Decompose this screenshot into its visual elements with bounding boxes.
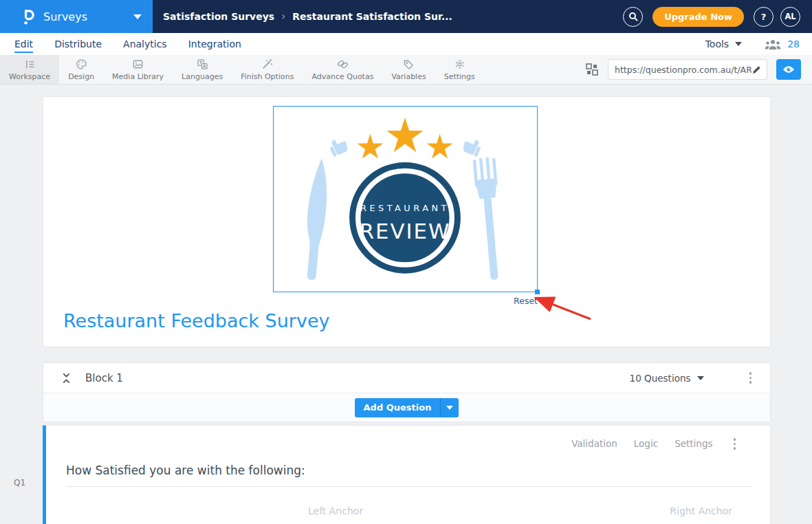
eye-icon	[782, 65, 795, 74]
tool-finish-options[interactable]: Finish Options	[232, 55, 303, 84]
survey-url-field[interactable]: https://questionpro.com.au/t/ARr6k	[608, 59, 767, 80]
collapse-block-icon[interactable]	[61, 373, 72, 384]
edit-pencil-icon[interactable]	[751, 65, 762, 75]
add-question-row: Add Question	[43, 393, 770, 422]
brand-label: Surveys	[43, 10, 87, 23]
caret-down-icon[interactable]	[735, 42, 742, 46]
question-count-dropdown[interactable]: 10 Questions	[630, 373, 704, 384]
question-text[interactable]: How Satisfied you are with the following…	[66, 463, 751, 487]
media-library-icon	[131, 58, 144, 71]
avatar[interactable]: AL	[780, 7, 800, 27]
tool-label: Advance Quotas	[311, 72, 373, 81]
thumbs-up-left	[327, 135, 349, 157]
tool-workspace[interactable]: Workspace	[0, 55, 59, 84]
survey-header-card: RESTAURANT REVIEW Reset Restaurant Feedb…	[43, 96, 771, 347]
toolbar-right: https://questionpro.com.au/t/ARr6k	[585, 55, 812, 84]
survey-title[interactable]: Restaurant Feedback Survey	[63, 310, 329, 331]
question-actions: Validation Logic Settings	[571, 435, 740, 452]
finish-options-icon	[261, 58, 274, 71]
tool-settings[interactable]: Settings	[435, 55, 484, 84]
search-icon	[628, 12, 638, 21]
collaborators-icon[interactable]	[765, 39, 781, 50]
logic-link[interactable]: Logic	[634, 438, 658, 449]
variables-icon	[402, 58, 415, 71]
tab-edit[interactable]: Edit	[14, 36, 33, 53]
breadcrumb-folder[interactable]: Satisfaction Surveys	[163, 11, 274, 22]
image-resize-handle[interactable]	[535, 290, 540, 294]
tool-languages[interactable]: Languages	[173, 55, 232, 84]
stars	[358, 118, 453, 159]
settings-icon	[453, 58, 466, 71]
right-anchor-field[interactable]: Right Anchor	[670, 505, 732, 516]
tab-analytics[interactable]: Analytics	[123, 36, 167, 53]
breadcrumb-separator-icon: ›	[281, 10, 285, 23]
preview-button[interactable]	[776, 59, 801, 80]
restaurant-review-logo: RESTAURANT REVIEW	[274, 107, 537, 292]
question-menu-button[interactable]	[729, 435, 740, 452]
tools-menu[interactable]: Tools	[705, 39, 729, 50]
block-header: Block 1 10 Questions	[43, 363, 770, 393]
nav-right: Tools 28	[705, 39, 800, 50]
add-question-button-group: Add Question	[355, 398, 459, 417]
help-button[interactable]: ?	[754, 7, 773, 27]
upgrade-now-button[interactable]: Upgrade Now	[652, 7, 744, 27]
tool-advance-quotas[interactable]: Advance Quotas	[303, 55, 382, 84]
tool-label: Settings	[444, 72, 475, 81]
tool-label: Finish Options	[241, 72, 294, 81]
tool-label: Workspace	[9, 72, 50, 81]
topbar: Surveys Satisfaction Surveys › Restauran…	[0, 0, 812, 33]
questionpro-logo-icon	[22, 8, 35, 26]
knife-shape	[302, 158, 330, 281]
survey-nav: Edit Distribute Analytics Integration To…	[0, 33, 812, 55]
workspace-icon	[23, 58, 36, 71]
survey-logo-image[interactable]: RESTAURANT REVIEW	[273, 106, 538, 292]
editor-content: RESTAURANT REVIEW Reset Restaurant Feedb…	[0, 96, 812, 524]
breadcrumb-survey[interactable]: Restaurant Satisfaction Sur...	[292, 11, 452, 22]
nav-links: Edit Distribute Analytics Integration	[14, 36, 241, 53]
languages-icon	[196, 58, 209, 71]
topbar-actions: Upgrade Now ? AL	[623, 7, 812, 27]
tab-distribute[interactable]: Distribute	[54, 36, 102, 53]
block-header-right: 10 Questions	[630, 369, 756, 386]
editor-toolbar: Workspace Design Media Library Languages	[0, 55, 812, 85]
brand-section[interactable]: Surveys	[0, 0, 153, 33]
reset-link[interactable]: Reset	[273, 296, 538, 306]
tool-variables[interactable]: Variables	[382, 55, 435, 84]
caret-down-icon	[446, 406, 453, 410]
caret-down-icon	[697, 376, 704, 380]
collaborator-count[interactable]: 28	[787, 39, 800, 50]
tool-label: Languages	[182, 72, 223, 81]
question-card[interactable]: Validation Logic Settings How Satisfied …	[43, 425, 771, 524]
tab-integration[interactable]: Integration	[188, 36, 241, 53]
block-menu-button[interactable]	[745, 369, 756, 386]
left-anchor-field[interactable]: Left Anchor	[308, 505, 363, 516]
validation-link[interactable]: Validation	[571, 438, 617, 449]
tool-label: Variables	[391, 72, 426, 81]
block-card: Block 1 10 Questions Add Question	[43, 362, 771, 422]
tool-label: Media Library	[112, 72, 164, 81]
block-name[interactable]: Block 1	[85, 372, 123, 384]
tool-label: Design	[68, 72, 94, 81]
logo-line2: REVIEW	[360, 219, 451, 243]
tool-media-library[interactable]: Media Library	[103, 55, 173, 84]
add-question-dropdown[interactable]	[440, 398, 459, 417]
caret-down-icon[interactable]	[133, 14, 142, 19]
thumbs-up-right	[461, 135, 483, 157]
search-button[interactable]	[623, 7, 643, 27]
advance-quotas-icon	[336, 58, 349, 71]
logo-line1: RESTAURANT	[360, 203, 450, 213]
fork-shape	[472, 157, 505, 281]
survey-url[interactable]: https://questionpro.com.au/t/ARr6k	[615, 65, 751, 75]
qr-code-icon[interactable]	[585, 63, 599, 76]
breadcrumb: Satisfaction Surveys › Restaurant Satisf…	[153, 10, 623, 23]
design-icon	[75, 58, 88, 71]
question-count-label: 10 Questions	[630, 373, 691, 384]
settings-link[interactable]: Settings	[674, 438, 712, 449]
question-number-label: Q1	[14, 478, 25, 488]
tool-design[interactable]: Design	[59, 55, 103, 84]
add-question-button[interactable]: Add Question	[355, 398, 441, 417]
